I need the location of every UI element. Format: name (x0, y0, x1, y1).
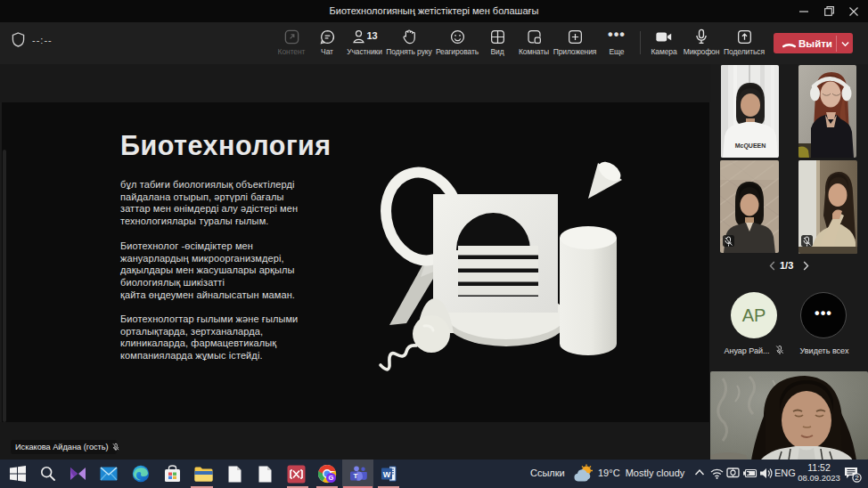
svg-text:G: G (329, 474, 334, 482)
svg-text:MсQUEEN: MсQUEEN (735, 142, 766, 150)
svg-text:W: W (383, 470, 391, 479)
svg-text:T: T (354, 472, 358, 480)
svg-text:2: 2 (855, 474, 859, 482)
